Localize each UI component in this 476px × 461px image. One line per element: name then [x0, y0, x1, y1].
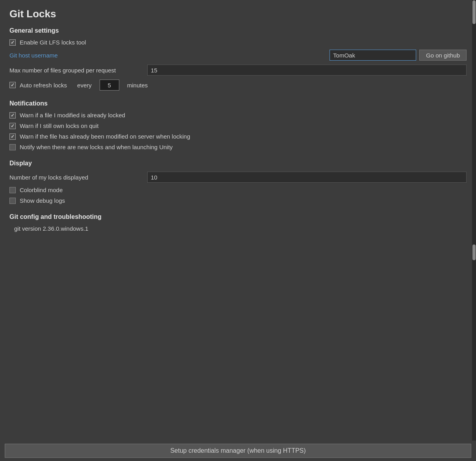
- bottom-button-area: Setup credentials manager (when using HT…: [0, 441, 476, 461]
- section-general: General settings Enable Git LFS locks to…: [9, 27, 467, 91]
- auto-refresh-checkbox[interactable]: [9, 82, 16, 88]
- notification-item-3: Notify when there are new locks and when…: [9, 144, 467, 150]
- locks-displayed-input[interactable]: [147, 172, 467, 183]
- git-host-username-input[interactable]: [330, 50, 416, 61]
- max-files-row: Max number of files grouped per request: [9, 65, 467, 76]
- git-config-title: Git config and troubleshooting: [9, 213, 467, 220]
- enable-lfs-row: Enable Git LFS locks tool: [9, 39, 467, 46]
- scrollbar-thumb[interactable]: [472, 0, 476, 24]
- auto-refresh-interval-input[interactable]: [100, 80, 119, 91]
- enable-lfs-checkbox[interactable]: [9, 39, 16, 46]
- enable-lfs-label[interactable]: Enable Git LFS locks tool: [9, 39, 86, 46]
- debug-logs-row: Show debug logs: [9, 197, 467, 204]
- section-git-config: Git config and troubleshooting git versi…: [9, 213, 467, 232]
- debug-logs-label: Show debug logs: [20, 197, 65, 204]
- auto-refresh-text: Auto refresh locks: [20, 82, 67, 89]
- notification-checkbox-3[interactable]: [9, 144, 16, 150]
- every-label: every: [77, 82, 92, 89]
- auto-refresh-row: Auto refresh locks every minutes: [9, 80, 467, 91]
- page-title: Git Locks: [9, 8, 467, 20]
- auto-refresh-label[interactable]: Auto refresh locks: [9, 82, 67, 89]
- notification-label-2: Warn if the file has already been modifi…: [20, 133, 190, 140]
- display-title: Display: [9, 160, 467, 167]
- notification-checkbox-2[interactable]: [9, 133, 16, 140]
- git-host-username-row: Git host username Go on github: [9, 50, 467, 61]
- notification-label-0: Warn if a file I modified is already loc…: [20, 112, 125, 118]
- locks-displayed-row: Number of my locks displayed: [9, 172, 467, 183]
- git-version-text: git version 2.36.0.windows.1: [9, 225, 467, 232]
- git-host-username-label[interactable]: Git host username: [9, 52, 58, 59]
- colorblind-row: Colorblind mode: [9, 187, 467, 193]
- debug-logs-checkbox[interactable]: [9, 198, 16, 204]
- scrollbar-thumb-2[interactable]: [472, 244, 476, 260]
- max-files-label: Max number of files grouped per request: [9, 67, 147, 74]
- scrollbar[interactable]: [472, 0, 476, 461]
- minutes-label: minutes: [127, 82, 148, 89]
- general-settings-title: General settings: [9, 27, 467, 34]
- notification-item-1: Warn if I still own locks on quit: [9, 122, 467, 129]
- go-on-github-button[interactable]: Go on github: [419, 50, 467, 61]
- section-display: Display Number of my locks displayed Col…: [9, 160, 467, 204]
- notifications-title: Notifications: [9, 100, 467, 107]
- colorblind-label: Colorblind mode: [20, 187, 63, 193]
- max-files-input[interactable]: [147, 65, 467, 76]
- notification-label-3: Notify when there are new locks and when…: [20, 144, 173, 150]
- locks-displayed-label: Number of my locks displayed: [9, 174, 147, 181]
- notification-checkbox-1[interactable]: [9, 123, 16, 129]
- setup-credentials-button[interactable]: Setup credentials manager (when using HT…: [5, 444, 471, 458]
- enable-lfs-text: Enable Git LFS locks tool: [20, 39, 86, 46]
- colorblind-checkbox[interactable]: [9, 187, 16, 193]
- notification-item-0: Warn if a file I modified is already loc…: [9, 112, 467, 118]
- notification-label-1: Warn if I still own locks on quit: [20, 122, 98, 129]
- page-container: Git Locks General settings Enable Git LF…: [0, 0, 476, 461]
- notification-item-2: Warn if the file has already been modifi…: [9, 133, 467, 140]
- notification-checkbox-0[interactable]: [9, 112, 16, 118]
- section-notifications: Notifications Warn if a file I modified …: [9, 100, 467, 150]
